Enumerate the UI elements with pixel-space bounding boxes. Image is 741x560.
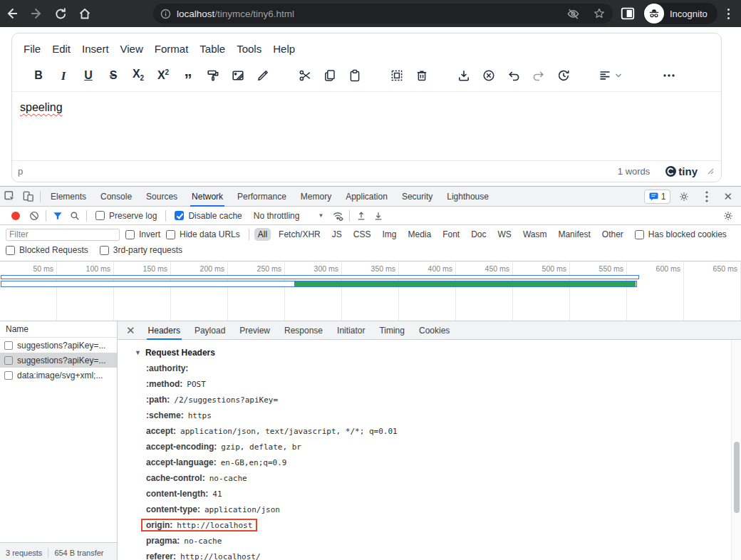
- address-bar[interactable]: localhost/tinymce/tiny6.html: [153, 4, 613, 24]
- filter-chip[interactable]: Fetch/XHR: [275, 228, 324, 241]
- site-info-icon[interactable]: [160, 9, 171, 19]
- paste-button[interactable]: [346, 66, 364, 85]
- element-path[interactable]: p: [18, 166, 618, 177]
- detail-tab[interactable]: Initiator: [330, 321, 372, 340]
- devtools-settings-icon[interactable]: [675, 188, 693, 205]
- menu-item[interactable]: Format: [149, 40, 195, 58]
- record-network-log-icon[interactable]: [11, 212, 20, 220]
- align-button[interactable]: [596, 66, 623, 85]
- underline-button[interactable]: U: [79, 66, 98, 85]
- network-conditions-icon[interactable]: [329, 208, 346, 224]
- detail-tab[interactable]: Preview: [232, 321, 277, 340]
- request-row[interactable]: suggestions?apiKey=...: [0, 353, 117, 368]
- menu-item[interactable]: Tools: [231, 40, 267, 58]
- filter-input[interactable]: [6, 229, 120, 241]
- disable-cache-checkbox-box[interactable]: [175, 211, 184, 220]
- request-headers-title[interactable]: Request Headers: [145, 348, 215, 358]
- devtools-tab[interactable]: Memory: [294, 187, 338, 207]
- redo-button[interactable]: [529, 66, 548, 85]
- filter-chip[interactable]: Other: [598, 228, 627, 241]
- italic-button[interactable]: I: [54, 66, 73, 85]
- search-icon[interactable]: [66, 208, 83, 224]
- request-row[interactable]: data:image/svg+xml;...: [0, 368, 117, 383]
- devtools-tab[interactable]: Lighthouse: [440, 187, 496, 207]
- devtools-tab[interactable]: Application: [338, 187, 395, 207]
- copy-button[interactable]: [321, 66, 339, 85]
- format-painter-button[interactable]: [204, 66, 222, 85]
- back-icon[interactable]: [0, 3, 24, 24]
- hide-data-urls-checkbox[interactable]: Hide data URLs: [166, 229, 240, 239]
- tiny-logo[interactable]: tiny: [665, 165, 698, 177]
- forward-icon[interactable]: [24, 3, 48, 24]
- menu-item[interactable]: Edit: [46, 40, 76, 58]
- menu-item[interactable]: File: [18, 40, 46, 58]
- invert-checkbox[interactable]: Invert: [125, 229, 160, 239]
- devtools-tab[interactable]: Security: [395, 187, 440, 207]
- detail-tab[interactable]: Payload: [187, 321, 232, 340]
- devtools-tab[interactable]: Console: [93, 187, 139, 207]
- scrollbar-thumb[interactable]: [734, 442, 740, 513]
- side-panel-icon[interactable]: [620, 6, 636, 21]
- bold-button[interactable]: B: [29, 66, 48, 85]
- cut-button[interactable]: [296, 66, 314, 85]
- device-toolbar-icon[interactable]: [19, 188, 37, 205]
- disable-cache-checkbox[interactable]: Disable cache: [175, 211, 242, 221]
- disclosure-triangle-icon[interactable]: ▼: [135, 349, 141, 356]
- strikethrough-button[interactable]: S: [104, 66, 123, 85]
- devtools-tab[interactable]: Sources: [139, 187, 185, 207]
- menu-item[interactable]: View: [115, 40, 149, 58]
- menu-item[interactable]: Help: [267, 40, 301, 58]
- request-row[interactable]: suggestions?apiKey=...: [0, 338, 117, 353]
- detail-tab[interactable]: Response: [277, 321, 330, 340]
- filter-chip[interactable]: Wasm: [519, 228, 551, 241]
- detail-tab[interactable]: Timing: [372, 321, 412, 340]
- network-overview[interactable]: 50 ms100 ms150 ms200 ms250 ms300 ms350 m…: [0, 261, 741, 321]
- inspect-element-icon[interactable]: [0, 188, 19, 205]
- devtools-tab[interactable]: Elements: [43, 187, 93, 207]
- close-detail-icon[interactable]: ✕: [123, 324, 138, 337]
- has-blocked-cookies-checkbox[interactable]: Has blocked cookies: [635, 229, 727, 239]
- issues-badge[interactable]: 1: [644, 190, 671, 204]
- scrollbar-track[interactable]: [731, 340, 741, 560]
- devtools-tab[interactable]: Network: [185, 187, 230, 207]
- permanent-pen-button[interactable]: [254, 66, 272, 85]
- blocked-requests-checkbox[interactable]: Blocked Requests: [6, 245, 88, 255]
- home-icon[interactable]: [73, 3, 97, 24]
- edit-image-button[interactable]: [229, 66, 247, 85]
- browser-menu-icon[interactable]: [722, 6, 734, 21]
- filter-chip[interactable]: All: [254, 228, 271, 241]
- filter-chip[interactable]: Img: [378, 228, 400, 241]
- filter-chip[interactable]: Media: [404, 228, 435, 241]
- clear-network-log-icon[interactable]: [26, 208, 43, 224]
- filter-chip[interactable]: WS: [494, 228, 515, 241]
- subscript-button[interactable]: X2: [129, 66, 147, 85]
- network-settings-icon[interactable]: [720, 208, 737, 224]
- visual-blocks-button[interactable]: [388, 66, 406, 85]
- filter-chip[interactable]: Font: [439, 228, 463, 241]
- undo-button[interactable]: [504, 66, 523, 85]
- import-har-icon[interactable]: [353, 208, 370, 224]
- more-toolbar-button[interactable]: [660, 66, 678, 85]
- export-har-icon[interactable]: [370, 208, 387, 224]
- third-party-requests-checkbox[interactable]: 3rd-party requests: [100, 245, 182, 255]
- delete-button[interactable]: [413, 66, 431, 85]
- filter-chip[interactable]: CSS: [350, 228, 375, 241]
- filter-chip[interactable]: Doc: [467, 228, 489, 241]
- devtools-tab[interactable]: Performance: [230, 187, 294, 207]
- superscript-button[interactable]: X2: [154, 66, 172, 85]
- download-button[interactable]: [455, 66, 473, 85]
- filter-chip[interactable]: JS: [328, 228, 346, 241]
- filter-chip[interactable]: Manifest: [554, 228, 594, 241]
- misspelled-word[interactable]: speeling: [20, 101, 63, 113]
- detail-tab[interactable]: Cookies: [412, 321, 457, 340]
- detail-tab[interactable]: Headers: [141, 321, 187, 340]
- menu-item[interactable]: Insert: [76, 40, 115, 58]
- blockquote-button[interactable]: ”: [179, 66, 197, 85]
- editor-content[interactable]: speeling: [12, 91, 721, 160]
- reload-icon[interactable]: [48, 3, 73, 24]
- name-column-header[interactable]: Name: [0, 321, 117, 338]
- restore-draft-button[interactable]: [554, 66, 573, 85]
- devtools-menu-icon[interactable]: [698, 188, 716, 205]
- bookmark-star-icon[interactable]: [593, 7, 606, 20]
- devtools-close-icon[interactable]: ✕: [720, 190, 735, 203]
